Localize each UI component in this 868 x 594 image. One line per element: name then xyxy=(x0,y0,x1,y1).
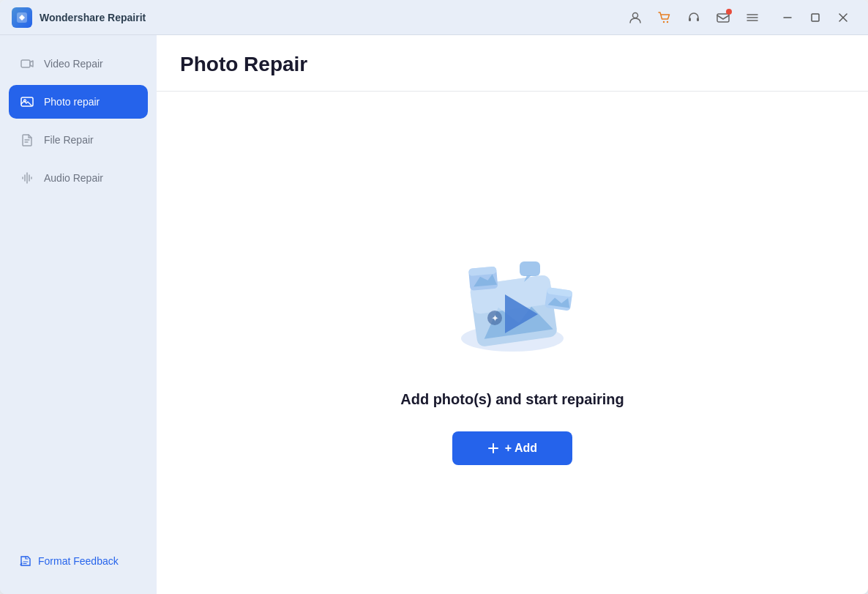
svg-point-1 xyxy=(633,12,638,18)
sidebar-item-label: Audio Repair xyxy=(44,172,103,184)
svg-point-3 xyxy=(667,21,668,22)
maximize-button[interactable] xyxy=(802,4,828,31)
sidebar-item-video-repair[interactable]: Video Repair xyxy=(9,47,148,81)
format-feedback-label: Format Feedback xyxy=(38,555,119,567)
svg-rect-27 xyxy=(520,261,540,276)
main-panel: Photo Repair xyxy=(157,35,868,594)
mail-badge xyxy=(726,9,732,15)
audio-repair-icon xyxy=(19,170,35,186)
main-content: Video Repair Photo repair xyxy=(0,35,868,594)
svg-rect-11 xyxy=(812,14,819,21)
title-bar: Wondershare Repairit xyxy=(0,0,868,35)
sidebar-nav: Video Repair Photo repair xyxy=(9,47,148,540)
sidebar-item-label: Photo repair xyxy=(44,96,100,108)
panel-header: Photo Repair xyxy=(157,35,868,92)
app-logo xyxy=(12,7,32,28)
app-name: Wondershare Repairit xyxy=(40,12,146,23)
mail-icon[interactable] xyxy=(710,4,736,31)
svg-rect-4 xyxy=(689,18,691,21)
sidebar-item-label: Video Repair xyxy=(44,58,103,70)
sidebar: Video Repair Photo repair xyxy=(0,35,157,594)
headset-icon[interactable] xyxy=(681,4,707,31)
sidebar-footer: Format Feedback xyxy=(9,540,148,582)
app-window: Wondershare Repairit xyxy=(0,0,868,594)
close-button[interactable] xyxy=(830,4,856,31)
title-bar-controls xyxy=(622,4,856,31)
svg-rect-6 xyxy=(717,14,729,22)
add-button[interactable]: + Add xyxy=(452,431,572,465)
file-repair-icon xyxy=(19,132,35,148)
video-repair-icon xyxy=(19,56,35,72)
sidebar-item-file-repair[interactable]: File Repair xyxy=(9,123,148,157)
sidebar-item-label: File Repair xyxy=(44,134,94,146)
svg-point-2 xyxy=(663,21,665,22)
cart-icon[interactable] xyxy=(651,4,678,31)
title-bar-left: Wondershare Repairit xyxy=(12,7,146,28)
svg-text:✦: ✦ xyxy=(491,313,499,324)
photo-repair-illustration: ✦ xyxy=(424,221,600,368)
page-title: Photo Repair xyxy=(180,53,845,76)
menu-icon[interactable] xyxy=(739,4,766,31)
add-button-label: + Add xyxy=(505,442,537,455)
prompt-text: Add photo(s) and start repairing xyxy=(400,391,624,408)
panel-body: ✦ Add photo(s) and start repairing + Add xyxy=(157,92,868,594)
sidebar-item-audio-repair[interactable]: Audio Repair xyxy=(9,161,148,195)
svg-rect-14 xyxy=(21,60,30,67)
window-controls xyxy=(774,4,856,31)
format-feedback-link[interactable]: Format Feedback xyxy=(12,549,145,573)
plus-icon xyxy=(487,442,499,454)
svg-rect-5 xyxy=(697,18,699,21)
account-icon[interactable] xyxy=(622,4,648,31)
minimize-button[interactable] xyxy=(774,4,801,31)
photo-repair-icon xyxy=(19,94,35,110)
sidebar-item-photo-repair[interactable]: Photo repair xyxy=(9,85,148,119)
